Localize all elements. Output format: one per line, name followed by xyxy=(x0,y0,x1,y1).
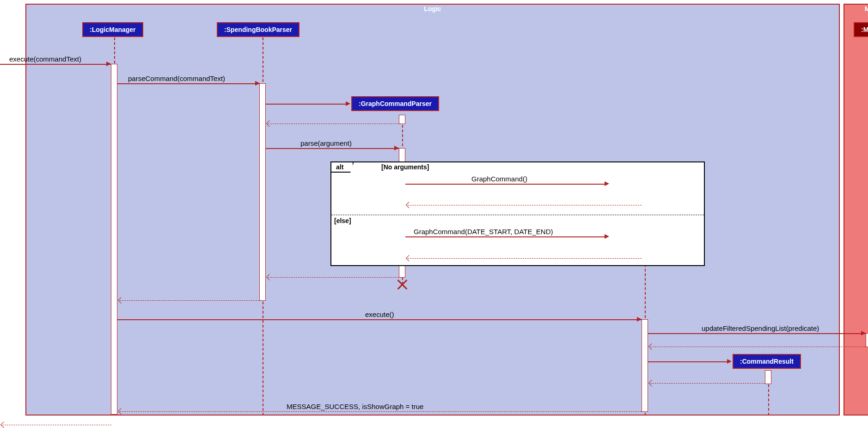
arrow-parsecommand xyxy=(117,83,260,84)
alt-label: alt xyxy=(331,162,354,173)
arrow-create-commandresult xyxy=(648,361,730,362)
arrowhead xyxy=(0,422,7,428)
arrow-return-parse xyxy=(268,277,399,278)
msg-execute-2: execute() xyxy=(365,310,394,318)
arrowhead xyxy=(861,331,866,335)
arrow-graphcommand-witharg xyxy=(405,236,608,237)
alt-guard-1: [No arguments] xyxy=(381,163,429,171)
arrowhead xyxy=(106,62,111,66)
participant-spendingbookparser: :SpendingBookParser xyxy=(217,22,300,37)
participant-logicmanager: :LogicManager xyxy=(82,22,143,37)
arrow-execute-2 xyxy=(117,319,642,320)
arrow-execute-in xyxy=(0,64,111,65)
activation-spendingbookparser xyxy=(259,83,266,301)
participant-commandresult: :CommandResult xyxy=(733,354,801,369)
msg-graphcommand-noarg: GraphCommand() xyxy=(471,175,527,183)
arrowhead xyxy=(255,81,260,86)
msg-updatefiltered: updateFilteredSpendingList(predicate) xyxy=(702,324,819,332)
msg-success: MESSAGE_SUCCESS, isShowGraph = true xyxy=(287,403,423,410)
activation-logicmanager xyxy=(111,64,117,415)
arrowhead xyxy=(346,101,350,106)
arrowhead xyxy=(637,317,642,322)
participant-model: :Model xyxy=(854,22,868,37)
arrow-return-commandresult xyxy=(650,383,765,384)
msg-parsecommand: parseCommand(commandText) xyxy=(128,74,225,82)
model-frame-label: Model xyxy=(860,4,868,13)
msg-graphcommand-witharg: GraphCommand(DATE_START, DATE_END) xyxy=(414,228,553,236)
alt-separator xyxy=(331,215,704,215)
arrow-return-gcp-create xyxy=(268,124,399,124)
arrow-updatefiltered xyxy=(648,333,866,334)
destroy-graphcommandparser xyxy=(397,279,408,290)
arrow-return-parsecommand xyxy=(120,300,259,301)
activation-model xyxy=(866,333,868,347)
activation-graphcommandparser-head xyxy=(399,115,405,124)
activation-graphcommand-exec xyxy=(642,319,648,412)
alt-guard-2: [else] xyxy=(334,217,351,224)
arrow-return-updatefiltered xyxy=(650,347,866,347)
arrow-graphcommand-noarg xyxy=(405,184,608,185)
msg-parse: parse(argument) xyxy=(300,139,352,147)
arrowhead xyxy=(727,359,732,364)
arrow-return-gc2 xyxy=(408,258,642,259)
arrowhead xyxy=(394,146,399,150)
arrow-return-msgsuccess xyxy=(120,411,642,412)
participant-graphcommandparser: :GraphCommandParser xyxy=(351,96,439,111)
arrow-return-gc1 xyxy=(408,205,642,205)
logic-frame-label: Logic xyxy=(419,4,446,13)
activation-commandresult xyxy=(765,370,771,384)
sequence-diagram: Logic Model :LogicManager :SpendingBookP… xyxy=(0,0,868,428)
arrow-create-gcp xyxy=(266,104,349,105)
arrow-return-out xyxy=(2,425,111,425)
arrowhead xyxy=(605,181,609,186)
model-frame: Model xyxy=(844,4,868,416)
arrow-parse xyxy=(266,148,399,149)
arrowhead xyxy=(605,234,609,239)
msg-execute-1: execute(commandText) xyxy=(9,55,81,63)
